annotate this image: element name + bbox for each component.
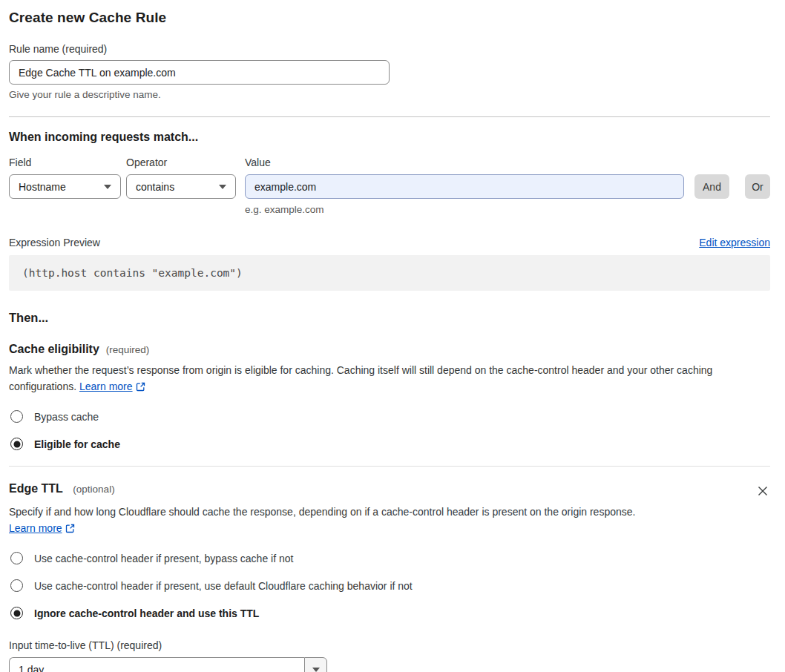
field-select[interactable]: Hostname <box>9 174 121 199</box>
value-help-text: e.g. example.com <box>245 204 770 215</box>
operator-select[interactable]: contains <box>126 174 236 199</box>
expression-code-block: (http.host contains "example.com") <box>9 255 770 291</box>
ttl-value-input[interactable] <box>9 657 304 672</box>
radio-label: Use cache-control header if present, byp… <box>34 553 293 564</box>
radio-label: Bypass cache <box>34 411 99 423</box>
edge-ttl-learn-more-link[interactable]: Learn more <box>9 522 62 534</box>
operator-column-label: Operator <box>126 157 245 168</box>
edge-ttl-title-wrap: Edge TTL (optional) <box>9 482 115 495</box>
section-divider <box>9 466 770 467</box>
cache-eligibility-header: Cache eligibility (required) <box>9 343 770 356</box>
section-divider <box>9 116 770 117</box>
chevron-down-icon <box>312 668 320 672</box>
close-icon <box>757 485 769 497</box>
cache-eligibility-radio-group: Bypass cache Eligible for cache <box>9 410 770 450</box>
edit-expression-link[interactable]: Edit expression <box>699 237 770 248</box>
radio-label: Ignore cache-control header and use this… <box>34 607 259 619</box>
or-button[interactable]: Or <box>745 174 770 199</box>
value-input[interactable] <box>245 174 684 199</box>
field-column-label: Field <box>9 157 126 168</box>
page-title: Create new Cache Rule <box>9 10 770 26</box>
external-link-icon <box>136 382 145 394</box>
radio-label: Eligible for cache <box>34 438 120 450</box>
then-heading: Then... <box>9 311 770 325</box>
chevron-down-icon <box>104 185 111 189</box>
edge-ttl-description: Specify if and how long Cloudflare shoul… <box>9 504 636 538</box>
cache-eligibility-title: Cache eligibility <box>9 343 99 356</box>
radio-cache-control-default[interactable]: Use cache-control header if present, use… <box>9 579 770 592</box>
edge-ttl-close-button[interactable] <box>755 484 770 498</box>
expression-preview-label: Expression Preview <box>9 237 100 248</box>
radio-circle-icon <box>10 410 23 423</box>
cache-eligibility-description: Mark whether the request’s response from… <box>9 363 770 396</box>
radio-circle-icon <box>10 579 23 592</box>
chevron-down-icon <box>219 185 226 189</box>
and-button[interactable]: And <box>694 174 729 199</box>
radio-eligible-for-cache[interactable]: Eligible for cache <box>9 438 770 450</box>
radio-bypass-cache[interactable]: Bypass cache <box>9 410 770 423</box>
cache-eligibility-learn-more-link[interactable]: Learn more <box>79 381 133 392</box>
external-link-icon <box>65 524 75 536</box>
rule-name-label: Rule name (required) <box>9 43 770 55</box>
ttl-dropdown-button[interactable] <box>304 657 327 672</box>
edge-ttl-header: Edge TTL (optional) <box>9 482 770 498</box>
match-controls-row: Hostname contains And Or <box>9 174 770 199</box>
match-column-labels: Field Operator Value <box>9 157 770 168</box>
radio-cache-control-bypass[interactable]: Use cache-control header if present, byp… <box>9 552 770 564</box>
rule-name-help: Give your rule a descriptive name. <box>9 89 770 100</box>
create-cache-rule-form: Create new Cache Rule Rule name (require… <box>0 0 785 672</box>
cache-eligibility-required-badge: (required) <box>106 344 150 355</box>
value-column-label: Value <box>245 157 770 168</box>
match-section-heading: When incoming requests match... <box>9 131 770 144</box>
rule-name-input[interactable] <box>9 60 390 85</box>
expression-preview-row: Expression Preview Edit expression <box>9 237 770 248</box>
ttl-label: Input time-to-live (TTL) (required) <box>9 639 770 651</box>
field-select-value: Hostname <box>19 181 66 193</box>
ttl-select <box>9 657 770 672</box>
edge-ttl-optional-badge: (optional) <box>73 484 114 495</box>
radio-label: Use cache-control header if present, use… <box>34 580 413 592</box>
edge-ttl-radio-group: Use cache-control header if present, byp… <box>9 552 770 619</box>
operator-select-value: contains <box>136 181 174 193</box>
radio-circle-checked-icon <box>10 607 23 619</box>
edge-ttl-description-text: Specify if and how long Cloudflare shoul… <box>9 506 635 518</box>
radio-circle-checked-icon <box>10 438 23 450</box>
radio-circle-icon <box>10 552 23 564</box>
edge-ttl-title: Edge TTL <box>9 482 63 495</box>
radio-ignore-cache-control[interactable]: Ignore cache-control header and use this… <box>9 607 770 619</box>
